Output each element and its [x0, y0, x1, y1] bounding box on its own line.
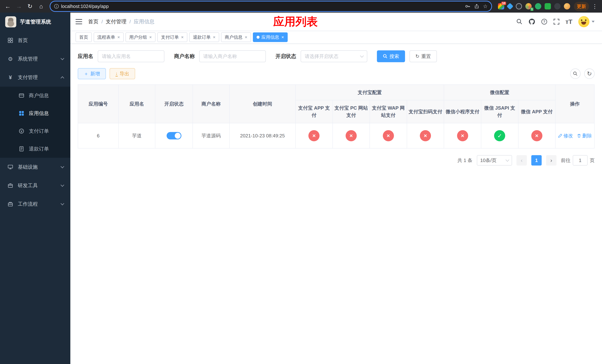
grid-icon	[19, 110, 24, 116]
sidebar-logo[interactable]: 芋道管理系统	[0, 13, 70, 31]
chevron-down-icon	[360, 54, 364, 58]
status-label: 开启状态	[275, 53, 296, 60]
breadcrumb-payment[interactable]: 支付管理	[106, 18, 127, 25]
sidebar-item-infrastructure[interactable]: 基础设施	[0, 158, 70, 176]
search-button[interactable]: 搜索	[377, 50, 405, 62]
tab-user-group[interactable]: 用户分组×	[126, 32, 155, 42]
sidebar-item-workflow[interactable]: 工作流程	[0, 195, 70, 213]
sidebar-collapse-icon[interactable]	[75, 19, 82, 24]
sidebar-item-system[interactable]: ⚙ 系统管理	[0, 50, 70, 68]
extension-icon-diamond[interactable]	[507, 3, 514, 10]
extension-icon-pin[interactable]	[554, 3, 560, 10]
close-icon[interactable]: ×	[245, 35, 247, 40]
tab-pay-order[interactable]: 支付订单×	[157, 32, 187, 42]
sidebar-item-merchant-info[interactable]: 商户信息	[0, 87, 70, 104]
add-button[interactable]: ＋ 新增	[78, 68, 106, 79]
show-search-toggle-icon[interactable]	[570, 68, 580, 79]
breadcrumb-separator: /	[101, 19, 103, 25]
col-header-actions: 操作	[555, 85, 594, 123]
breadcrumb: 首页 / 支付管理 / 应用信息	[88, 18, 154, 25]
tab-merchant-info[interactable]: 商户信息×	[221, 32, 251, 42]
next-page-button[interactable]: ›	[546, 155, 557, 166]
delete-link[interactable]: 删除	[577, 133, 592, 139]
sidebar-item-pay-order[interactable]: 支付订单	[0, 122, 70, 140]
profile-extension-icon[interactable]: 1	[525, 3, 532, 10]
breadcrumb-separator: /	[129, 19, 131, 25]
payment-submenu: 商户信息 应用信息 支付订单	[0, 87, 70, 158]
alipay-pc-status-icon: ×	[346, 130, 357, 141]
home-icon[interactable]: ⌂	[36, 1, 46, 11]
chevron-down-icon	[61, 202, 64, 205]
page-size-select[interactable]: 10条/页	[477, 155, 512, 166]
extension-icon-grid[interactable]: 10	[498, 3, 504, 10]
reset-button[interactable]: ↻ 重置	[409, 50, 437, 62]
status-toggle[interactable]	[167, 132, 182, 139]
prev-page-button[interactable]: ‹	[516, 155, 527, 166]
tab-process-form[interactable]: 流程表单×	[94, 32, 124, 42]
col-group-alipay: 支付宝配置	[295, 85, 444, 100]
extension-icon-green-circle[interactable]	[535, 3, 541, 10]
sidebar-item-devtools[interactable]: 研发工具	[0, 176, 70, 195]
col-header-wechat-jsapi: 微信 JSAPI 支付	[481, 100, 518, 123]
site-info-icon[interactable]	[54, 4, 59, 9]
devtools-icon	[7, 182, 13, 189]
page: ← → ↻ ⌂ localhost:1024/pay/app ☆ 10	[0, 0, 602, 364]
status-select[interactable]: 请选择开启状态	[301, 50, 367, 62]
yen-icon: ¥	[7, 75, 13, 80]
close-icon[interactable]: ×	[149, 35, 152, 40]
infrastructure-icon	[7, 164, 13, 170]
chevron-down-icon	[505, 158, 509, 162]
password-key-icon[interactable]	[465, 3, 470, 9]
dashboard-icon	[7, 37, 13, 43]
bookmark-star-icon[interactable]: ☆	[483, 3, 488, 10]
wechat-jsapi-status-icon: ✓	[494, 130, 505, 141]
edit-link[interactable]: 修改	[558, 133, 573, 139]
close-icon[interactable]: ×	[213, 35, 215, 40]
browser-update-button[interactable]: 更新	[574, 2, 589, 11]
breadcrumb-current: 应用信息	[134, 18, 154, 25]
export-button[interactable]: ↓ 导出	[110, 68, 135, 79]
close-icon[interactable]: ×	[117, 35, 120, 40]
fullscreen-icon[interactable]	[553, 19, 559, 25]
close-icon[interactable]: ×	[181, 35, 184, 40]
page-number-1[interactable]: 1	[531, 155, 542, 166]
app-table: 应用编号 应用名 开启状态 商户名称 创建时间 支付宝配置 微信配置 操作 支付…	[78, 85, 595, 149]
help-icon[interactable]: ?	[541, 19, 547, 25]
user-avatar[interactable]	[578, 16, 595, 27]
col-group-wechat: 微信配置	[444, 85, 555, 100]
col-header-created: 创建时间	[230, 85, 296, 123]
refresh-table-icon[interactable]: ↻	[584, 68, 595, 79]
cell-merchant: 芋道源码	[193, 123, 230, 148]
sidebar-item-refund-order[interactable]: 退款订单	[0, 140, 70, 158]
search-icon[interactable]	[516, 19, 523, 25]
tab-home[interactable]: 首页	[75, 32, 92, 42]
extension-icon-chat[interactable]	[545, 3, 551, 10]
share-icon[interactable]	[474, 4, 479, 9]
breadcrumb-home[interactable]: 首页	[88, 18, 98, 25]
app-name-label: 应用名	[78, 53, 93, 60]
card-icon	[19, 93, 24, 98]
extension-icon-dark-circle[interactable]	[516, 3, 522, 10]
extension-icon-face[interactable]	[564, 3, 570, 10]
sidebar-item-payment[interactable]: ¥ 支付管理	[0, 68, 70, 87]
sidebar-item-app-info[interactable]: 应用信息	[0, 104, 70, 122]
app-name-input[interactable]	[98, 50, 164, 62]
col-header-alipay-pc: 支付宝 PC 网站支付	[333, 100, 370, 123]
github-icon[interactable]	[528, 18, 535, 25]
url-text[interactable]: localhost:1024/pay/app	[61, 4, 462, 9]
alipay-wap-status-icon: ×	[383, 130, 394, 141]
font-size-icon[interactable]: тT	[566, 18, 572, 25]
wechat-mini-status-icon: ×	[457, 130, 468, 141]
close-icon[interactable]: ×	[281, 35, 284, 40]
reload-icon[interactable]: ↻	[25, 1, 35, 11]
tab-app-info[interactable]: 应用信息×	[253, 32, 288, 42]
goto-page-input[interactable]	[573, 155, 588, 166]
merchant-name-input[interactable]	[199, 50, 266, 62]
sidebar-menu: 首页 ⚙ 系统管理 ¥ 支付管理	[0, 31, 70, 364]
sidebar-item-home[interactable]: 首页	[0, 31, 70, 50]
tab-refund-order[interactable]: 退款订单×	[189, 32, 219, 42]
back-icon[interactable]: ←	[3, 1, 13, 11]
browser-menu-icon[interactable]: ⋮	[591, 3, 599, 10]
forward-icon[interactable]: →	[14, 1, 24, 11]
address-bar[interactable]: localhost:1024/pay/app ☆	[50, 1, 491, 11]
